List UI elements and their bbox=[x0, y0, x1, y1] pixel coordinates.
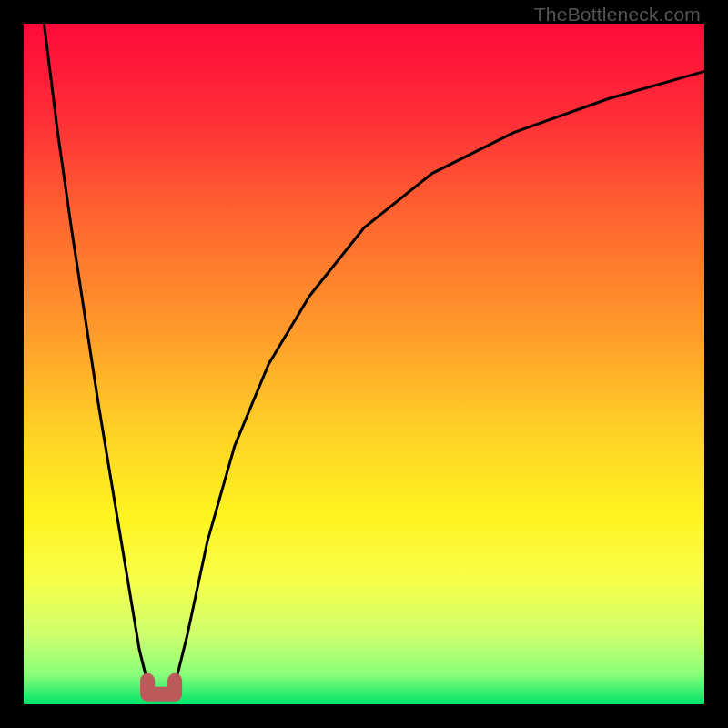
curve-right-branch bbox=[174, 71, 704, 691]
curve-left-branch bbox=[44, 24, 149, 691]
valley-marker bbox=[147, 681, 175, 694]
curve-layer bbox=[24, 24, 704, 704]
watermark-text: TheBottleneck.com bbox=[534, 4, 701, 25]
